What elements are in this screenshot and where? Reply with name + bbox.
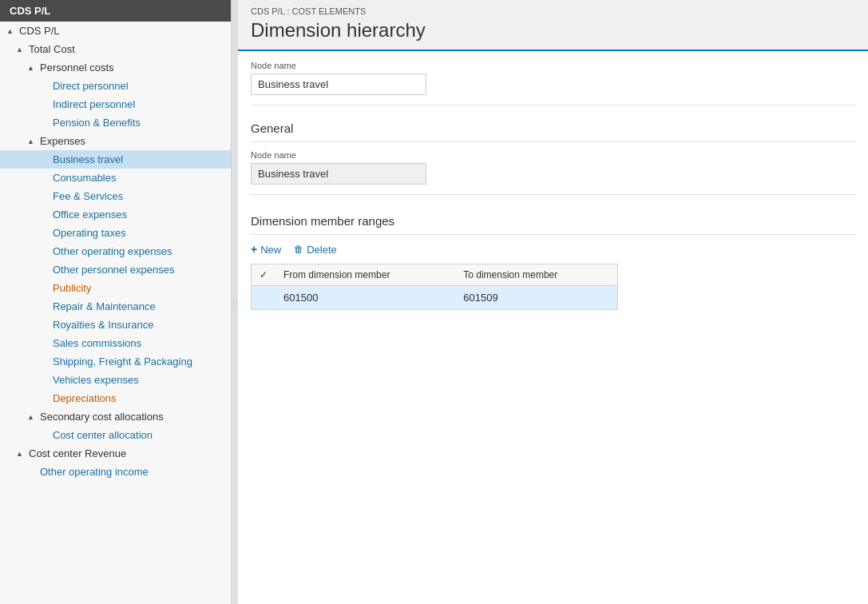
node-name-label-general: Node name [251,150,855,160]
sidebar-item-label-personnel-costs: Personnel costs [40,62,114,74]
main-panel: CDS P/L : COST ELEMENTS Dimension hierar… [238,0,868,604]
sidebar-item-total-cost[interactable]: ▲Total Cost [0,40,231,58]
sidebar-item-fee-services[interactable]: Fee & Services [0,187,231,205]
sidebar-item-label-secondary-cost-alloc: Secondary cost allocations [40,411,164,423]
sidebar-item-label-fee-services: Fee & Services [53,190,123,202]
sidebar-item-business-travel[interactable]: Business travel [0,150,231,169]
sidebar-item-consumables[interactable]: Consumables [0,169,231,187]
content-area: Node name Business travel General Node n… [238,51,868,320]
sidebar-item-label-shipping-freight: Shipping, Freight & Packaging [53,356,192,368]
sidebar-item-other-operating-income[interactable]: Other operating income [0,463,231,481]
to-dimension-member-0: 601509 [455,286,617,310]
sidebar-item-label-business-travel: Business travel [53,153,123,165]
sidebar-item-label-other-personnel-expenses: Other personnel expenses [53,264,174,276]
sidebar-item-indirect-personnel[interactable]: Indirect personnel [0,95,231,113]
tree-toggle-cost-center-revenue[interactable]: ▲ [16,450,27,458]
sidebar-item-shipping-freight[interactable]: Shipping, Freight & Packaging [0,352,231,371]
sidebar-item-label-indirect-personnel: Indirect personnel [53,98,135,110]
sidebar-item-operating-taxes[interactable]: Operating taxes [0,224,231,242]
toolbar: + New 🗑 Delete [251,241,855,257]
to-col-header: To dimension member [455,264,617,286]
sidebar-item-office-expenses[interactable]: Office expenses [0,205,231,224]
dimension-table: ✓ From dimension member To dimension mem… [252,264,617,309]
sidebar-item-secondary-cost-alloc[interactable]: ▲Secondary cost allocations [0,407,231,426]
breadcrumb: CDS P/L : COST ELEMENTS [251,6,855,16]
dimension-member-ranges-title: Dimension member ranges [251,203,855,235]
node-name-value-top: Business travel [251,74,426,95]
sidebar-item-label-direct-personnel: Direct personnel [53,80,129,92]
sidebar-item-repair-maintenance[interactable]: Repair & Maintenance [0,297,231,316]
sidebar-item-other-personnel-expenses[interactable]: Other personnel expenses [0,260,231,279]
dimension-table-container: ✓ From dimension member To dimension mem… [251,264,618,310]
delete-button[interactable]: 🗑 Delete [294,242,337,257]
node-name-value-general: Business travel [251,163,426,185]
delete-label: Delete [307,244,337,256]
sidebar-item-personnel-costs[interactable]: ▲Personnel costs [0,58,231,77]
check-col-header: ✓ [252,264,275,286]
sidebar-item-cds-pl[interactable]: ▲CDS P/L [0,22,231,40]
sidebar-item-pension-benefits[interactable]: Pension & Benefits [0,113,231,132]
sidebar-item-sales-commissions[interactable]: Sales commissions [0,334,231,352]
new-label: New [260,244,281,256]
sidebar-item-label-operating-taxes: Operating taxes [53,227,126,239]
plus-icon: + [251,243,257,256]
sidebar-item-depreciations[interactable]: Depreciations [0,389,231,407]
from-col-header: From dimension member [275,264,455,286]
main-header: CDS P/L : COST ELEMENTS Dimension hierar… [238,0,868,51]
sidebar-item-vehicles-expenses[interactable]: Vehicles expenses [0,371,231,389]
sidebar-item-publicity[interactable]: Publicity [0,279,231,297]
sidebar-item-royalties-insurance[interactable]: Royalties & Insurance [0,316,231,334]
tree-toggle-expenses[interactable]: ▲ [27,137,38,145]
sidebar-item-cost-center-revenue[interactable]: ▲Cost center Revenue [0,444,231,463]
tree-container: ▲CDS P/L▲Total Cost▲Personnel costsDirec… [0,22,231,481]
sidebar-header: CDS P/L [0,0,231,22]
from-dimension-member-0: 601500 [275,286,455,310]
sidebar-item-label-repair-maintenance: Repair & Maintenance [53,300,156,312]
sidebar-item-cost-center-alloc[interactable]: Cost center allocation [0,426,231,444]
sidebar-item-label-sales-commissions: Sales commissions [53,337,141,349]
new-button[interactable]: + New [251,241,281,257]
general-section-title: General [251,113,855,142]
tree-toggle-personnel-costs[interactable]: ▲ [27,64,38,72]
sidebar-item-label-pension-benefits: Pension & Benefits [53,117,141,129]
sidebar-item-label-cds-pl: CDS P/L [19,25,60,37]
sidebar-item-other-operating-expenses[interactable]: Other operating expenses [0,242,231,260]
sidebar-item-label-depreciations: Depreciations [53,392,117,404]
sidebar: CDS P/L ▲CDS P/L▲Total Cost▲Personnel co… [0,0,232,604]
sidebar-item-label-publicity: Publicity [53,282,91,294]
splitter[interactable]: ⋮ [232,0,238,604]
sidebar-item-expenses[interactable]: ▲Expenses [0,132,231,150]
sidebar-item-label-consumables: Consumables [53,172,117,184]
sidebar-item-label-vehicles-expenses: Vehicles expenses [53,374,139,386]
sidebar-item-label-expenses: Expenses [40,135,85,147]
sidebar-item-label-cost-center-revenue: Cost center Revenue [29,447,126,459]
tree-toggle-secondary-cost-alloc[interactable]: ▲ [27,413,38,421]
table-body: 601500601509 [252,286,617,310]
sidebar-item-label-office-expenses: Office expenses [53,209,127,221]
sidebar-item-label-royalties-insurance: Royalties & Insurance [53,319,153,331]
node-name-label-top: Node name [251,61,855,70]
sidebar-item-label-total-cost: Total Cost [29,43,75,55]
tree-toggle-cds-pl[interactable]: ▲ [6,27,18,35]
sidebar-item-label-cost-center-alloc: Cost center allocation [53,429,153,441]
row-check-0[interactable] [252,286,275,310]
sidebar-item-direct-personnel[interactable]: Direct personnel [0,77,231,95]
tree-toggle-total-cost[interactable]: ▲ [16,46,27,54]
delete-icon: 🗑 [294,244,303,255]
sidebar-item-label-other-operating-expenses: Other operating expenses [53,245,172,257]
table-row[interactable]: 601500601509 [252,286,617,310]
sidebar-item-label-other-operating-income: Other operating income [40,466,149,478]
page-title: Dimension hierarchy [251,19,855,42]
